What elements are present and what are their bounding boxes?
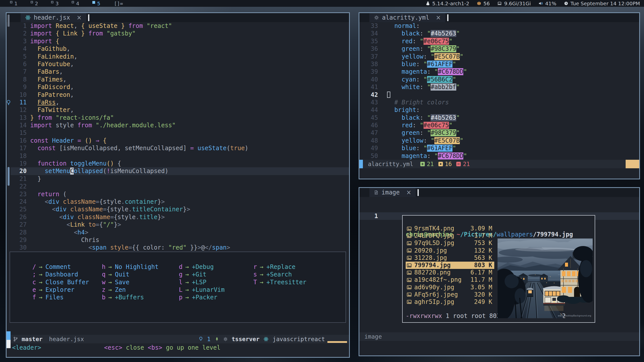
code-line: 19 function toggleMenu() { <box>11 160 349 167</box>
code-text: const Header = () ⇒ { <box>27 137 106 144</box>
code-text: green: "#98C379" <box>378 129 460 137</box>
file-name: 20920.jpg <box>414 247 474 254</box>
code-line: 24 <div className={style.container}> <box>11 198 349 206</box>
system-status: 5.14.2-arch1-2 56 9.6Gi/31Gi 41% Tue Sep… <box>426 1 640 7</box>
code-text: import { <box>27 37 59 45</box>
file-size: 563 K <box>474 254 492 262</box>
file-list-item[interactable]: 799794.jpg803 K <box>406 262 494 269</box>
code-text <box>27 152 30 160</box>
arrow-right-icon: → <box>39 271 42 278</box>
workspace-number: 2 <box>35 1 38 7</box>
diff-changed-count: 16 <box>445 161 452 167</box>
line-number: 46 <box>359 122 378 129</box>
whichkey-item: b→+Buffers <box>102 294 179 301</box>
file-list-item[interactable]: 882720.png6.17 M <box>406 269 494 276</box>
line-number: 6 <box>11 60 27 68</box>
workspace-button-4[interactable]: 4 <box>65 1 86 7</box>
whichkey-item: c→Close Buffer <box>32 278 102 286</box>
pending-keys: <leader> <box>12 344 41 351</box>
file-list-item[interactable]: 24LrDFQ.jpg1.7 M <box>406 232 494 239</box>
arrow-right-icon: → <box>185 271 189 278</box>
git-branch: master <box>22 336 43 342</box>
whichkey-label: +LSP <box>192 278 206 286</box>
code-line: 4 FaGithub, <box>11 45 349 53</box>
workspace-square-icon <box>51 1 53 3</box>
file-size: 3.05 M <box>470 284 492 291</box>
command-line[interactable]: <leader> <esc> close <bs> go up one leve… <box>7 343 349 352</box>
file-size: 11.7 M <box>470 276 492 284</box>
whichkey-item: z→Zen <box>102 286 179 294</box>
file-size: 753 K <box>474 239 492 247</box>
workspace-button-5[interactable]: 5 <box>86 1 107 7</box>
whichkey-key: q <box>102 271 106 278</box>
line-number: 23 <box>11 190 27 198</box>
file-list-item[interactable]: a19c482f~.png11.7 M <box>406 276 494 284</box>
whichkey-column: d→+Debugg→+Gitl→+LSPL→+LunarVimp→+Packer <box>179 263 253 322</box>
tab-image[interactable]: image × <box>369 188 416 197</box>
code-text: <div className={style.title}> <box>27 213 165 221</box>
workspace-square-icon <box>92 1 95 4</box>
file-list-item[interactable]: 31228.jpg563 K <box>406 254 494 262</box>
code-text: <div className={style.container}> <box>27 198 165 206</box>
file-size: 6.17 M <box>470 269 492 276</box>
whichkey-item: s→+Search <box>253 271 346 278</box>
code-line: 26 <div className={style.title}> <box>11 213 349 221</box>
penguin-icon <box>426 1 430 6</box>
code-buffer-header-jsx[interactable]: 1import React, { useState } from "react"… <box>11 22 349 252</box>
code-line: 45 black: "#4b5263" <box>359 114 639 122</box>
arrow-right-icon: → <box>39 286 42 294</box>
code-text: FaBars, <box>27 68 63 75</box>
code-text: FaGithub, <box>27 45 70 53</box>
whichkey-column: /→Comment;→Dashboardc→Close Buffere→Expl… <box>32 263 102 322</box>
line-number: 38 <box>359 60 378 68</box>
close-icon[interactable]: × <box>77 15 82 21</box>
code-line: 36 green: "#98C379" <box>359 45 639 53</box>
workspace-button-3[interactable]: 3 <box>45 1 65 7</box>
whichkey-label: +LunarVim <box>192 286 224 294</box>
code-line: 28 <h4> <box>11 229 349 236</box>
file-list-item[interactable]: AFq5r6j.jpeg320 K <box>406 291 494 298</box>
memory-usage: 9.6Gi/31Gi <box>504 1 531 7</box>
code-text: FaDiscord, <box>27 83 74 91</box>
code-text: FaRss, <box>27 99 59 106</box>
code-text: import style from "./header.module.less" <box>27 122 176 129</box>
whichkey-item: e→Explorer <box>32 286 102 294</box>
whichkey-key: ; <box>32 271 36 278</box>
close-icon[interactable]: × <box>436 15 441 21</box>
code-line: 40 cyan: "#56B6C2" <box>359 76 639 83</box>
workspace-button-1[interactable]: 1 <box>4 1 24 7</box>
whichkey-key: f <box>32 294 36 301</box>
whichkey-label: Close Buffer <box>45 278 89 286</box>
line-number: 25 <box>11 206 27 213</box>
whichkey-label: No Highlight <box>115 263 158 271</box>
file-list-item[interactable]: 97q9L5D.jpg753 K <box>406 239 494 247</box>
image-buffer-area[interactable]: 1 chris@machine ~/Pictures/wallpapers/79… <box>359 197 639 332</box>
code-line: 23 return ( <box>11 190 349 198</box>
image-file-icon <box>407 299 414 304</box>
arrow-right-icon: → <box>39 263 42 271</box>
arrow-right-icon: → <box>108 271 112 278</box>
terminal-preview-panel[interactable]: chris@machine ~/Pictures/wallpapers/7997… <box>402 215 595 323</box>
tab-header-jsx[interactable]: header.jsx × <box>21 13 86 22</box>
workspace-button-2[interactable]: 2 <box>24 1 45 7</box>
code-line: 30 <span style={{ color: "red" }}>@</spa… <box>11 244 349 251</box>
tabline-alacritty: alacritty.yml × <box>359 13 639 22</box>
file-list-item[interactable]: aghr5Ip.jpg249 K <box>406 298 494 306</box>
line-number: 1 <box>11 22 27 30</box>
file-list-item[interactable]: 9rsmTK4.png3.09 M <box>406 225 494 232</box>
code-text: <span style={{ color: "red" }}>@</span> <box>27 244 230 251</box>
code-buffer-alacritty[interactable]: 33 normal:34 black: "#4b5263"35 red: "#e… <box>359 22 639 160</box>
line-number: 39 <box>359 68 378 75</box>
code-line: 47 green: "#98C379" <box>359 129 639 137</box>
line-number: 1 <box>359 212 378 220</box>
tab-alacritty-yml[interactable]: alacritty.yml × <box>369 13 445 22</box>
arrow-right-icon: → <box>260 271 263 278</box>
kernel-status: 5.14.2-arch1-2 <box>426 1 469 7</box>
close-icon[interactable]: × <box>406 189 411 195</box>
diff-removed-icon <box>456 162 461 166</box>
hint-esc-key: <esc> <box>104 344 122 351</box>
scrollbar-thumb[interactable] <box>8 167 10 186</box>
file-list-item[interactable]: ad6v90y.jpg3.05 M <box>406 284 494 291</box>
file-list-item[interactable]: 20920.jpg132 K <box>406 247 494 254</box>
file-list: 9rsmTK4.png3.09 M24LrDFQ.jpg1.7 M97q9L5D… <box>406 225 494 306</box>
